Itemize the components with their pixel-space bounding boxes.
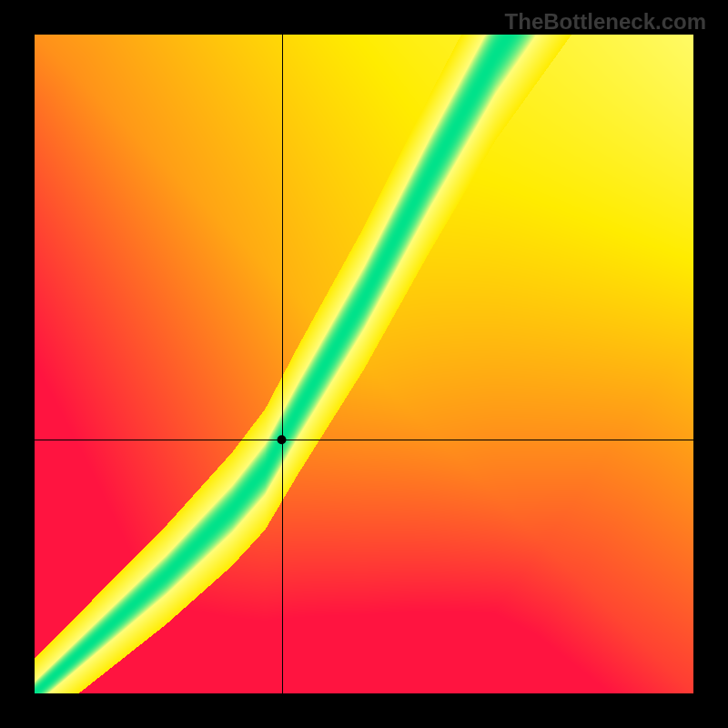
heatmap-plot xyxy=(35,35,693,693)
chart-frame: TheBottleneck.com xyxy=(0,0,728,728)
watermark-text: TheBottleneck.com xyxy=(505,9,706,35)
heatmap-canvas xyxy=(35,35,693,693)
